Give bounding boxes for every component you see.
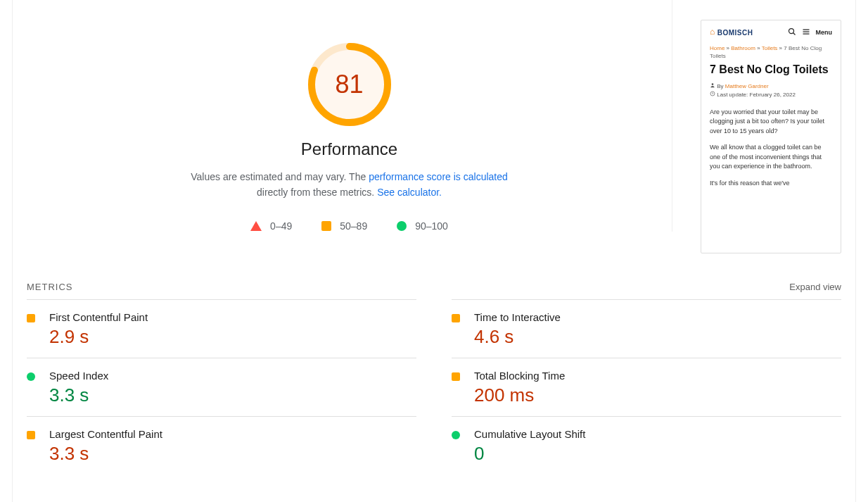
pass-icon: [452, 431, 460, 439]
metric-label: First Contentful Paint: [49, 311, 416, 323]
metric-value: 3.3 s: [49, 384, 416, 406]
metric-label: Speed Index: [49, 370, 416, 382]
average-icon: [452, 372, 460, 381]
performance-summary: 81 Performance Values are estimated and …: [27, 0, 672, 232]
preview-meta: By Matthew Gardner Last update: February…: [710, 82, 832, 99]
metric-value: 2.9 s: [49, 326, 416, 348]
hamburger-icon: [802, 27, 810, 37]
svg-line-3: [793, 33, 795, 35]
preview-paragraph: Are you worried that your toilet may be …: [710, 108, 832, 137]
metric-value: 3.3 s: [49, 443, 416, 465]
preview-logo: ⌂ BOMISCH: [710, 27, 753, 37]
user-icon: [710, 82, 715, 91]
preview-breadcrumbs: Home » Bathroom » Toilets » 7 Best No Cl…: [710, 44, 832, 60]
metric-tbt: Total Blocking Time 200 ms: [452, 358, 841, 416]
average-icon: [452, 314, 460, 322]
see-calculator-link[interactable]: See calculator.: [377, 187, 442, 198]
metric-si: Speed Index 3.3 s: [27, 358, 416, 416]
metric-label: Cumulative Layout Shift: [474, 428, 841, 440]
preview-paragraph: We all know that a clogged toilet can be…: [710, 143, 832, 172]
clock-icon: [710, 91, 715, 99]
metric-value: 0: [474, 443, 841, 465]
metric-cls: Cumulative Layout Shift 0: [452, 416, 841, 475]
metric-label: Largest Contentful Paint: [49, 428, 416, 440]
score-gauge: 81: [307, 42, 392, 127]
fail-icon: [250, 221, 262, 231]
average-icon: [321, 221, 331, 231]
preview-paragraph: It's for this reason that we've: [710, 179, 832, 189]
svg-point-2: [789, 29, 793, 34]
gauge-title: Performance: [301, 139, 397, 159]
pass-icon: [27, 372, 35, 381]
metric-fcp: First Contentful Paint 2.9 s: [27, 299, 416, 358]
search-icon: [788, 27, 796, 37]
metric-label: Total Blocking Time: [474, 370, 841, 382]
svg-point-7: [712, 83, 714, 85]
house-icon: ⌂: [710, 27, 715, 37]
perf-score-link[interactable]: performance score is calculated: [369, 171, 508, 182]
metrics-heading: METRICS: [27, 282, 73, 292]
metrics-grid: First Contentful Paint 2.9 s Time to Int…: [27, 299, 841, 475]
expand-view-toggle[interactable]: Expand view: [789, 282, 841, 292]
score-legend: 0–49 50–89 90–100: [250, 220, 448, 232]
average-icon: [27, 314, 35, 322]
pass-icon: [397, 221, 407, 231]
metric-value: 4.6 s: [474, 326, 841, 348]
gauge-description: Values are estimated and may vary. The p…: [181, 169, 518, 201]
metric-tti: Time to Interactive 4.6 s: [452, 299, 841, 358]
metric-lcp: Largest Contentful Paint 3.3 s: [27, 416, 416, 475]
preview-title: 7 Best No Clog Toilets: [710, 63, 832, 76]
metric-value: 200 ms: [474, 384, 841, 406]
page-screenshot-preview: ⌂ BOMISCH Menu Home » Bathroom » Toilets…: [701, 20, 841, 253]
metric-label: Time to Interactive: [474, 311, 841, 323]
average-icon: [27, 431, 35, 439]
score-value: 81: [307, 42, 392, 127]
